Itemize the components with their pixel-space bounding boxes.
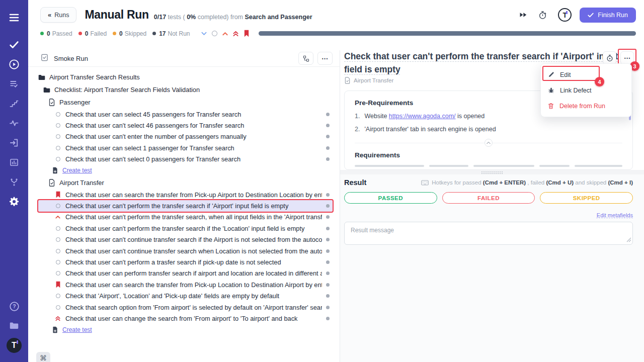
status-dot — [326, 306, 330, 309]
tree-more-button[interactable]: ⋯ — [317, 52, 333, 65]
tree-suite[interactable]: Airport Transfer — [38, 176, 333, 189]
caret-up-icon[interactable] — [222, 32, 228, 36]
tree-test[interactable]: Check that user can change the search fr… — [38, 313, 333, 324]
gear-icon[interactable] — [6, 193, 23, 210]
stat-not-run: 17Not Run — [152, 30, 190, 37]
tree-test[interactable]: Check that user can search the transfer … — [38, 279, 333, 290]
folder-icon — [43, 87, 50, 93]
not-run-icon — [54, 294, 61, 298]
status-dot — [326, 272, 330, 275]
chevron-down-icon[interactable] — [201, 32, 207, 36]
status-dot — [326, 193, 330, 197]
chevrons-left-icon: « — [48, 11, 51, 19]
document-icon — [345, 77, 350, 84]
tree-test[interactable]: Check that user can't select 46 passenge… — [38, 120, 333, 131]
status-dot — [326, 283, 330, 287]
tree-suite[interactable]: Passenger — [38, 96, 333, 109]
create-test-link[interactable]: Create test — [38, 324, 333, 336]
import-icon[interactable] — [6, 134, 23, 151]
folder-icon — [38, 74, 45, 80]
status-dot — [326, 238, 330, 241]
tree-test[interactable]: Check that 'Airport', 'Location' and 'Pi… — [38, 290, 333, 301]
tree-test[interactable]: Check that user can select 1 passenger f… — [38, 142, 333, 153]
stat-failed: 0Failed — [78, 30, 107, 37]
not-run-icon — [54, 123, 61, 128]
pulse-icon[interactable] — [6, 115, 23, 132]
passed-button[interactable]: PASSED — [344, 192, 437, 204]
tree-view-button[interactable] — [298, 52, 313, 65]
test-context-menu: Edit Link Defect Delete from Run 4 — [540, 63, 632, 117]
create-test-link[interactable]: Create test — [38, 165, 333, 176]
tree-test[interactable]: Check that user can perform transfer sea… — [38, 268, 333, 279]
help-icon[interactable]: ? — [6, 298, 23, 315]
not-run-icon — [54, 271, 61, 276]
timer-button[interactable] — [603, 51, 616, 64]
skipped-button[interactable]: SKIPPED — [540, 192, 633, 204]
passed-dot — [40, 32, 44, 35]
app: ? T «Runs Manual Run 0/17 tests ( 0% com… — [0, 0, 644, 362]
page-title: Manual Run — [85, 8, 148, 22]
circle-icon[interactable] — [212, 31, 217, 36]
menu-item-delete-from-run[interactable]: Delete from Run — [541, 98, 631, 114]
tree-test[interactable]: Check that user can't enter the number o… — [38, 131, 333, 142]
finish-run-button[interactable]: Finish Run — [580, 8, 636, 23]
collapse-divider — [355, 143, 622, 143]
result-message-input[interactable] — [344, 222, 633, 245]
failed-button[interactable]: FAILED — [442, 192, 535, 204]
test-tree-panel: Smoke Run ⋯ Airport Transfer Search Resu… — [28, 50, 340, 362]
not-run-icon — [54, 226, 61, 231]
tree-test[interactable]: Check that user can't perform the transf… — [38, 212, 333, 223]
menu-icon[interactable] — [6, 9, 23, 26]
svg-text:?: ? — [13, 303, 16, 309]
skipped-dot — [113, 32, 116, 35]
menu-item-edit[interactable]: Edit — [541, 67, 631, 82]
edit-metafields-link[interactable]: Edit metafields — [597, 212, 633, 218]
double-caret-up-icon[interactable] — [233, 31, 238, 37]
menu-item-link-defect[interactable]: Link Defect — [541, 82, 631, 98]
tree-test[interactable]: Check that user can't perform a trasfer … — [38, 256, 333, 267]
bar-chart-icon[interactable] — [6, 154, 23, 171]
play-circle-icon[interactable] — [6, 56, 23, 73]
check-icon[interactable] — [6, 36, 23, 53]
tree-test[interactable]: Check that search option from 'From airp… — [38, 302, 333, 313]
fast-forward-icon[interactable] — [519, 12, 527, 18]
t-logo[interactable]: T — [558, 8, 572, 22]
not-run-dot — [152, 32, 156, 35]
status-dot — [326, 260, 330, 264]
branch-icon[interactable] — [6, 173, 23, 191]
task-list-icon[interactable] — [6, 75, 23, 93]
tree-folder[interactable]: Checklist: Airport Transfer Search Field… — [38, 83, 333, 96]
status-dot — [326, 317, 330, 320]
report-icon — [40, 53, 49, 64]
tree-test[interactable]: Check that user can't continue transfer … — [38, 245, 333, 256]
not-run-icon — [54, 134, 61, 139]
not-run-icon — [54, 157, 61, 161]
bookmark-icon[interactable] — [244, 30, 250, 37]
add-document-icon — [51, 167, 58, 174]
stat-skipped: 0Skipped — [113, 30, 146, 37]
tree-test[interactable]: Check that user can select 45 passengers… — [38, 109, 333, 120]
tree-test[interactable]: Check that user can't select 0 passenger… — [38, 154, 333, 165]
tree-test[interactable]: Check that user can't perform the transf… — [38, 223, 333, 234]
resize-grip[interactable] — [626, 235, 631, 244]
tree-folder[interactable]: Airport Transfer Search Results — [38, 71, 333, 83]
steps-icon[interactable] — [6, 95, 23, 112]
not-run-icon — [54, 260, 61, 264]
t-logo[interactable]: T — [6, 337, 23, 354]
stopwatch-icon[interactable] — [538, 11, 547, 20]
splitter-handle[interactable] — [340, 170, 644, 174]
prerequirement-item: 2. 'Airport transfer' tab in search engi… — [355, 126, 622, 133]
tree-test[interactable]: Check that user can't continue transfer … — [38, 234, 333, 245]
result-section: Result Hotkeys for passed (Cmd + ENTER) … — [340, 174, 644, 362]
tree-test-selected[interactable]: Check that user can't perform the transf… — [38, 200, 333, 211]
test-tree: Airport Transfer Search ResultsChecklist… — [28, 67, 340, 336]
tree-test[interactable]: Check that user can search the transfer … — [38, 189, 333, 200]
run-stats-row: 0Passed 0Failed 0Skipped 17Not Run — [28, 30, 644, 37]
status-dot — [326, 227, 330, 230]
collapse-toggle[interactable] — [485, 139, 493, 147]
suite-breadcrumb[interactable]: Airport Transfer — [345, 77, 393, 84]
folder-icon[interactable] — [6, 317, 23, 334]
agoda-link[interactable]: https://www.agoda.com/ — [389, 113, 456, 120]
back-to-runs-button[interactable]: «Runs — [40, 7, 76, 23]
document-check-icon — [48, 179, 55, 187]
